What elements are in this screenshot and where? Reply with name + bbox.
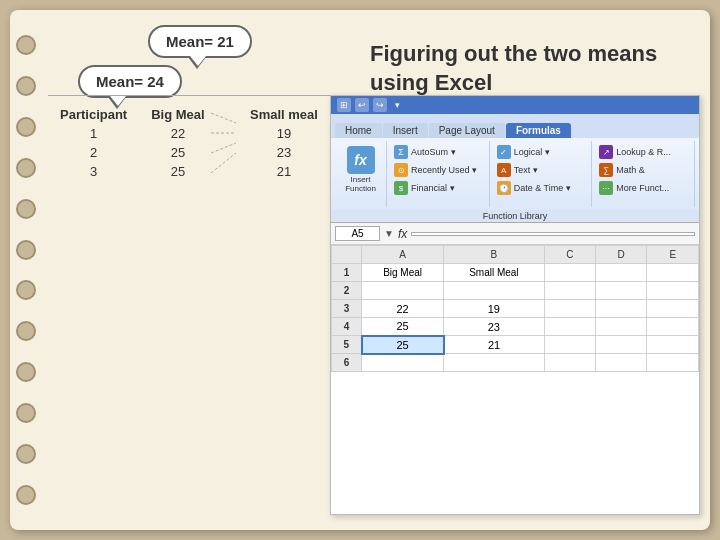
cell-d4[interactable]: [596, 318, 647, 336]
spreadsheet-grid: A B C D E 1 Big Meal Small Meal: [331, 245, 699, 372]
cell-a1[interactable]: Big Meal: [362, 264, 444, 282]
insert-function-group: fx InsertFunction: [335, 141, 387, 207]
cell-e3[interactable]: [647, 300, 699, 318]
undo-icon[interactable]: ↩: [355, 98, 369, 112]
more-functions-icon: ⋯: [599, 181, 613, 195]
row-header-4: 4: [332, 318, 362, 336]
lookup-icon: ↗: [599, 145, 613, 159]
datetime-icon: 🕐: [497, 181, 511, 195]
ribbon-tabs: Home Insert Page Layout Formulas: [331, 114, 699, 138]
financial-icon: $: [394, 181, 408, 195]
name-box-value: A5: [351, 228, 363, 239]
recently-used-button[interactable]: ⊙ Recently Used ▾: [390, 161, 486, 179]
text-label: Text ▾: [514, 165, 538, 175]
mean24-bubble: Mean= 24: [78, 65, 182, 98]
row-header-5: 5: [332, 336, 362, 354]
cell-a4[interactable]: 25: [362, 318, 444, 336]
more-functions-button[interactable]: ⋯ More Funct...: [595, 179, 691, 197]
cell-a5[interactable]: 25: [362, 336, 444, 354]
function-library-bar: Function Library: [331, 210, 699, 223]
col-header-a[interactable]: A: [362, 246, 444, 264]
cell-b5[interactable]: 21: [444, 336, 544, 354]
logical-button[interactable]: ✓ Logical ▾: [493, 143, 589, 161]
table-row: 5 25 21: [332, 336, 699, 354]
col-header-d[interactable]: D: [596, 246, 647, 264]
data-table: Participant Big Meal 1 22 2 25 3 25: [48, 105, 217, 181]
row1-participant: 1: [48, 124, 139, 143]
cell-c4[interactable]: [544, 318, 595, 336]
cell-d2[interactable]: [596, 282, 647, 300]
table-row: 3 22 19: [332, 300, 699, 318]
name-box[interactable]: A5: [335, 226, 380, 241]
cell-c3[interactable]: [544, 300, 595, 318]
logical-icon: ✓: [497, 145, 511, 159]
insert-function-label: InsertFunction: [345, 176, 376, 194]
logic-text-group: ✓ Logical ▾ A Text ▾ 🕐 Date & Time ▾: [490, 141, 593, 207]
autosum-button[interactable]: Σ AutoSum ▾: [390, 143, 486, 161]
datetime-button[interactable]: 🕐 Date & Time ▾: [493, 179, 589, 197]
qat-dropdown[interactable]: ▾: [395, 100, 400, 110]
cell-c2[interactable]: [544, 282, 595, 300]
corner-header: [332, 246, 362, 264]
formula-bar: A5 ▼ fx: [331, 223, 699, 245]
cell-d3[interactable]: [596, 300, 647, 318]
office-logo-icon[interactable]: ⊞: [337, 98, 351, 112]
cell-b6[interactable]: [444, 354, 544, 372]
row-header-6: 6: [332, 354, 362, 372]
insert-function-button[interactable]: fx InsertFunction: [340, 143, 381, 197]
cell-e6[interactable]: [647, 354, 699, 372]
cell-d1[interactable]: [596, 264, 647, 282]
mean21-label: Mean= 21: [166, 33, 234, 50]
math-trig-button[interactable]: ∑ Math &: [595, 161, 691, 179]
cell-b4[interactable]: 23: [444, 318, 544, 336]
col-header-c[interactable]: C: [544, 246, 595, 264]
cell-e1[interactable]: [647, 264, 699, 282]
cell-d5[interactable]: [596, 336, 647, 354]
row3-smallmeal: 21: [238, 162, 330, 181]
cell-a2[interactable]: [362, 282, 444, 300]
spiral-hole: [16, 321, 36, 341]
table-row: 6: [332, 354, 699, 372]
cell-e4[interactable]: [647, 318, 699, 336]
function-library-group: Σ AutoSum ▾ ⊙ Recently Used ▾ $ Financia…: [387, 141, 490, 207]
cell-d6[interactable]: [596, 354, 647, 372]
cell-c5[interactable]: [544, 336, 595, 354]
text-button[interactable]: A Text ▾: [493, 161, 589, 179]
tab-page-layout[interactable]: Page Layout: [429, 123, 505, 138]
tab-formulas[interactable]: Formulas: [506, 123, 571, 138]
tab-insert[interactable]: Insert: [383, 123, 428, 138]
col-header-e[interactable]: E: [647, 246, 699, 264]
dropdown-arrow-icon[interactable]: ▼: [384, 228, 394, 239]
svg-line-3: [211, 153, 236, 173]
table-row: 4 25 23: [332, 318, 699, 336]
row-header-3: 3: [332, 300, 362, 318]
mean21-bubble: Mean= 21: [148, 25, 252, 58]
cell-b1[interactable]: Small Meal: [444, 264, 544, 282]
spiral-hole: [16, 403, 36, 423]
lookup-button[interactable]: ↗ Lookup & R...: [595, 143, 691, 161]
quick-access-toolbar: ⊞ ↩ ↪ ▾: [331, 96, 699, 114]
cell-c6[interactable]: [544, 354, 595, 372]
spiral-hole: [16, 117, 36, 137]
cell-b3[interactable]: 19: [444, 300, 544, 318]
ribbon-content: fx InsertFunction Σ AutoSum ▾ ⊙ Recently…: [331, 138, 699, 210]
formula-input[interactable]: [411, 232, 695, 236]
cell-c1[interactable]: [544, 264, 595, 282]
cell-e5[interactable]: [647, 336, 699, 354]
cell-e2[interactable]: [647, 282, 699, 300]
recently-used-icon: ⊙: [394, 163, 408, 177]
tab-home[interactable]: Home: [335, 123, 382, 138]
spiral-binding: [10, 10, 42, 530]
cell-a6[interactable]: [362, 354, 444, 372]
fx-icon: fx: [347, 146, 375, 174]
spiral-hole: [16, 485, 36, 505]
notebook: Mean= 21 Mean= 24 Participant Big Meal 1…: [10, 10, 710, 530]
cell-a3[interactable]: 22: [362, 300, 444, 318]
spiral-hole: [16, 240, 36, 260]
col-header-b[interactable]: B: [444, 246, 544, 264]
financial-button[interactable]: $ Financial ▾: [390, 179, 486, 197]
mean24-label: Mean= 24: [96, 73, 164, 90]
autosum-label: AutoSum ▾: [411, 147, 456, 157]
cell-b2[interactable]: [444, 282, 544, 300]
redo-icon[interactable]: ↪: [373, 98, 387, 112]
